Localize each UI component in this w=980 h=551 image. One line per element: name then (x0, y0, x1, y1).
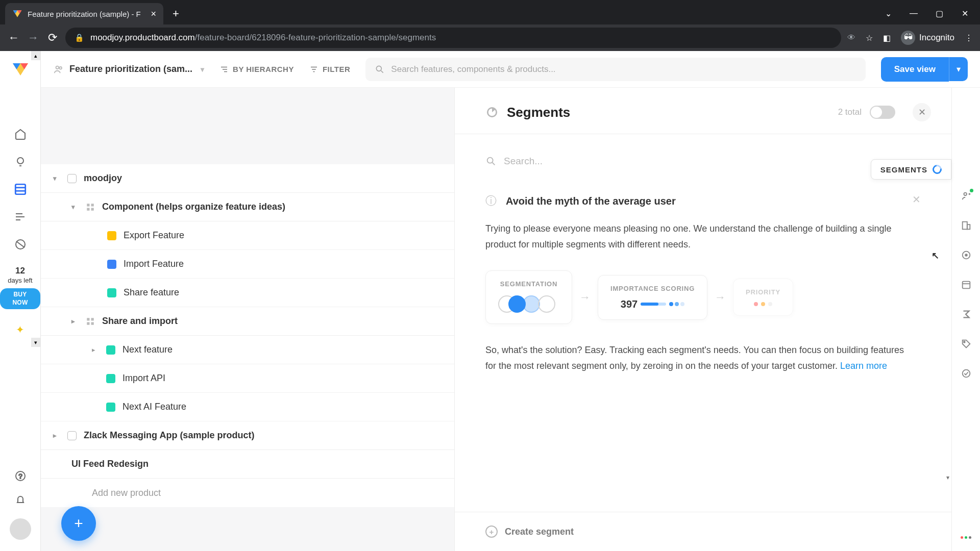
trial-countdown: 12 days left BUY NOW (0, 265, 40, 309)
add-fab[interactable]: + (61, 506, 96, 541)
info-card: ⓘ Avoid the myth of the average user ✕ T… (485, 193, 921, 373)
by-hierarchy-button[interactable]: BY HIERARCHY (219, 65, 294, 74)
user-avatar[interactable] (10, 518, 31, 540)
segments-toggle[interactable] (870, 106, 895, 119)
incognito-badge[interactable]: 🕶 Incognito (901, 31, 954, 45)
sparkle-icon[interactable]: ✦ (16, 323, 24, 336)
product-row-zlack[interactable]: ▸ Zlack Messaging App (sample product) (41, 421, 454, 450)
create-segment-button[interactable]: + Create segment (455, 512, 951, 551)
svg-rect-29 (91, 204, 94, 206)
side-panel-icon[interactable]: ◧ (883, 33, 891, 43)
tag-icon[interactable] (960, 338, 972, 350)
chevron-right-icon[interactable]: ▸ (71, 317, 81, 325)
svg-line-27 (381, 70, 383, 72)
importance-score: 397 (621, 298, 638, 310)
svg-point-39 (964, 193, 967, 196)
home-icon[interactable] (14, 128, 27, 141)
lightbulb-icon[interactable] (14, 155, 27, 168)
portal-icon[interactable] (14, 238, 27, 251)
feature-row-next[interactable]: ▸ Next feature (41, 336, 454, 364)
minimize-icon[interactable]: — (909, 9, 919, 18)
product-icon (67, 431, 77, 440)
svg-rect-30 (87, 208, 89, 210)
add-product-row[interactable]: Add new product (41, 479, 454, 507)
svg-rect-32 (87, 318, 89, 320)
save-view-dropdown[interactable]: ▾ (949, 57, 968, 81)
svg-rect-8 (15, 184, 26, 194)
calendar-icon[interactable] (960, 279, 972, 291)
save-view-button[interactable]: Save view (881, 57, 949, 82)
roadmap-icon[interactable] (14, 210, 27, 223)
component-label: Share and import (102, 316, 178, 327)
features-board-icon[interactable] (14, 183, 27, 196)
info-text-2: So, what's the solution? Easy. Tracking … (485, 342, 905, 373)
back-icon[interactable]: ← (7, 31, 20, 44)
chevron-down-icon[interactable]: ▾ (71, 203, 81, 211)
company-icon[interactable] (960, 219, 972, 232)
buy-now-button[interactable]: BUY NOW (0, 288, 40, 309)
info-close-icon[interactable]: ✕ (912, 193, 921, 206)
step-importance: IMPORTANCE SCORING 397 (598, 275, 707, 320)
scroll-down-icon[interactable]: ▾ (31, 338, 40, 347)
svg-rect-34 (87, 322, 89, 324)
board-title[interactable]: Feature prioritization (sam... ▾ (53, 64, 204, 75)
svg-rect-42 (962, 222, 967, 230)
step-segmentation: SEGMENTATION (485, 270, 572, 324)
scroll-up-icon[interactable]: ▴ (31, 51, 40, 60)
bell-icon[interactable] (14, 494, 27, 507)
address-bar[interactable]: 🔒 moodjoy.productboard.com/feature-board… (65, 28, 841, 48)
component-row-share-import[interactable]: ▸ Share and import (41, 307, 454, 336)
browser-tab[interactable]: Feature prioritization (sample) - F × (5, 3, 163, 24)
feature-row-next-ai[interactable]: ▸ Next AI Feature (41, 393, 454, 421)
feature-color-swatch (107, 231, 116, 240)
feature-color-swatch (107, 260, 116, 269)
incognito-label: Incognito (919, 33, 954, 43)
chevron-down-icon[interactable]: ▾ (53, 174, 62, 182)
filter-button[interactable]: FILTER (309, 65, 350, 74)
segments-tab-label: SEGMENTS (880, 165, 927, 174)
maximize-icon[interactable]: ▢ (934, 9, 944, 18)
browser-tab-strip: Feature prioritization (sample) - F × + … (0, 0, 980, 24)
window-controls: ⌄ — ▢ ✕ (883, 9, 980, 24)
kebab-menu-icon[interactable]: ⋮ (965, 33, 973, 43)
product-row-moodjoy[interactable]: ▾ moodjoy (41, 164, 454, 193)
close-panel-icon[interactable]: ✕ (913, 103, 931, 121)
feature-row-share[interactable]: Share feature (41, 279, 454, 307)
reload-icon[interactable]: ⟳ (46, 31, 59, 44)
feature-color-swatch (106, 403, 115, 412)
trial-days-label: days left (0, 277, 40, 285)
svg-point-48 (963, 341, 965, 343)
feature-label: Import Feature (124, 259, 184, 269)
feature-row-export[interactable]: Export Feature (41, 221, 454, 250)
chevron-right-icon[interactable]: ▸ (92, 346, 101, 354)
check-circle-icon[interactable] (960, 367, 972, 380)
search-icon (485, 156, 497, 167)
tab-list-icon[interactable]: ⌄ (883, 9, 893, 18)
help-icon[interactable]: ? (14, 469, 27, 483)
segments-side-tab[interactable]: SEGMENTS ↖ (871, 159, 951, 180)
component-row[interactable]: ▾ Component (helps organize feature idea… (41, 193, 454, 221)
search-input[interactable]: Search features, components & products..… (365, 58, 865, 81)
scroll-down-hint-icon[interactable]: ▾ (946, 474, 949, 481)
forward-icon[interactable]: → (27, 31, 40, 44)
product-row-ui-feed[interactable]: UI Feed Redesign (41, 450, 454, 479)
tab-close-icon[interactable]: × (151, 9, 156, 19)
more-dots-icon[interactable] (961, 536, 971, 539)
bookmark-star-icon[interactable]: ☆ (866, 33, 873, 43)
new-tab-button[interactable]: + (173, 7, 179, 20)
component-label: Component (helps organize feature ideas) (102, 202, 285, 212)
svg-point-18 (56, 66, 59, 69)
productboard-logo[interactable] (11, 60, 30, 79)
learn-more-link[interactable]: Learn more (840, 361, 887, 371)
feature-row-import[interactable]: Import Feature (41, 250, 454, 279)
eye-off-icon[interactable]: 👁 (847, 33, 855, 42)
info-icon: ⓘ (485, 193, 497, 209)
svg-rect-33 (91, 318, 94, 320)
user-plus-icon[interactable] (960, 190, 972, 202)
target-icon[interactable] (960, 249, 972, 261)
segments-search-input[interactable]: Search... (485, 149, 921, 173)
sigma-icon[interactable] (960, 308, 972, 320)
chevron-right-icon[interactable]: ▸ (53, 432, 62, 439)
feature-row-import-api[interactable]: ▸ Import API (41, 364, 454, 393)
close-window-icon[interactable]: ✕ (960, 9, 970, 18)
